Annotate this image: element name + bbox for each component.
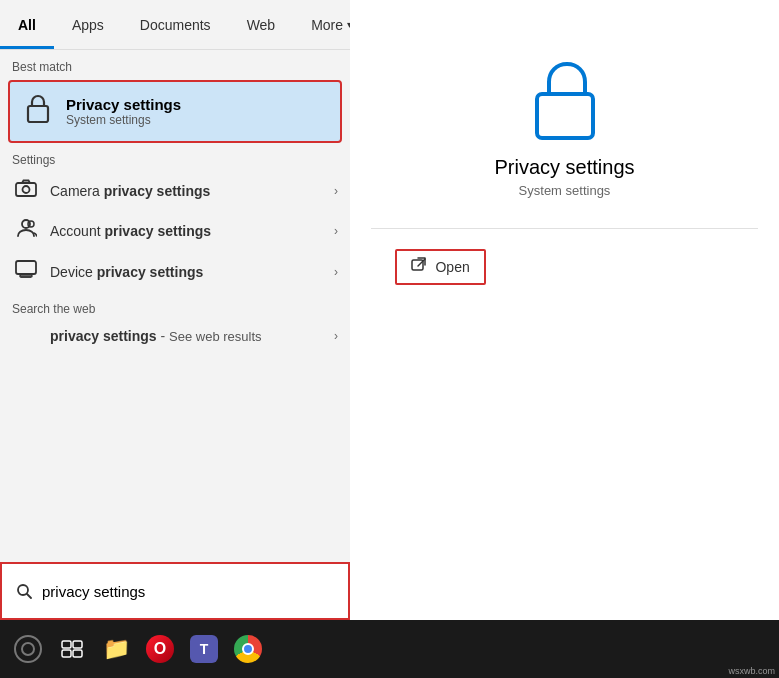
chevron-right-icon: › <box>334 184 338 198</box>
camera-icon <box>12 179 40 202</box>
folder-icon: 📁 <box>103 636 130 662</box>
settings-item-account[interactable]: Account privacy settings › <box>0 210 350 251</box>
taskbar-chrome-button[interactable] <box>228 629 268 669</box>
app-subtitle: System settings <box>519 183 611 198</box>
svg-rect-0 <box>28 106 48 122</box>
tab-web[interactable]: Web <box>229 0 294 49</box>
open-icon <box>411 257 427 277</box>
left-panel: All Apps Documents Web More ▾ Best match… <box>0 0 350 620</box>
svg-rect-5 <box>16 261 36 274</box>
chevron-right-icon-3: › <box>334 265 338 279</box>
app-icon-large <box>525 60 605 140</box>
teams-icon: T <box>190 635 218 663</box>
taskbar-task-view-button[interactable] <box>52 629 92 669</box>
best-match-text: Privacy settings System settings <box>66 96 181 127</box>
content-area: Best match Privacy settings System setti… <box>0 50 350 620</box>
web-search-item[interactable]: privacy settings - See web results › <box>0 320 350 352</box>
best-match-subtitle: System settings <box>66 113 181 127</box>
best-match-title: Privacy settings <box>66 96 181 113</box>
taskbar-start-button[interactable] <box>8 629 48 669</box>
svg-rect-1 <box>16 183 36 196</box>
tab-documents[interactable]: Documents <box>122 0 229 49</box>
svg-rect-11 <box>412 260 423 270</box>
opera-icon: O <box>146 635 174 663</box>
device-icon <box>12 259 40 284</box>
account-icon <box>12 218 40 243</box>
svg-rect-14 <box>62 650 71 657</box>
tab-all[interactable]: All <box>0 0 54 49</box>
lock-icon <box>22 92 54 131</box>
tab-bar: All Apps Documents Web More ▾ <box>0 0 350 50</box>
app-title: Privacy settings <box>494 156 634 179</box>
svg-rect-15 <box>73 650 82 657</box>
settings-item-camera[interactable]: Camera privacy settings › <box>0 171 350 210</box>
chevron-right-icon-4: › <box>334 329 338 343</box>
web-search-text: privacy settings - See web results <box>50 328 324 344</box>
watermark: wsxwb.com <box>728 666 775 676</box>
settings-item-camera-label: Camera privacy settings <box>50 183 324 199</box>
taskbar-file-explorer-button[interactable]: 📁 <box>96 629 136 669</box>
tab-apps[interactable]: Apps <box>54 0 122 49</box>
svg-rect-10 <box>537 94 593 138</box>
best-match-label: Best match <box>0 50 350 80</box>
open-btn-row: Open <box>371 249 757 285</box>
taskbar: 📁 O T wsxwb.com <box>0 620 779 678</box>
best-match-item[interactable]: Privacy settings System settings <box>8 80 342 143</box>
taskbar-opera-button[interactable]: O <box>140 629 180 669</box>
right-panel: Privacy settings System settings Open <box>350 0 779 620</box>
taskbar-teams-button[interactable]: T <box>184 629 224 669</box>
divider <box>371 228 757 229</box>
open-label: Open <box>435 259 469 275</box>
web-search-label: Search the web <box>0 292 350 320</box>
settings-item-device[interactable]: Device privacy settings › <box>0 251 350 292</box>
svg-line-9 <box>27 594 31 598</box>
search-input[interactable] <box>42 583 336 600</box>
open-button[interactable]: Open <box>395 249 485 285</box>
svg-point-4 <box>28 221 34 227</box>
search-icon <box>14 581 34 601</box>
chevron-right-icon-2: › <box>334 224 338 238</box>
chrome-icon <box>234 635 262 663</box>
settings-item-device-label: Device privacy settings <box>50 264 324 280</box>
svg-point-2 <box>23 186 30 193</box>
settings-label: Settings <box>0 143 350 171</box>
settings-item-account-label: Account privacy settings <box>50 223 324 239</box>
search-bar[interactable] <box>0 562 350 620</box>
start-icon <box>14 635 42 663</box>
svg-rect-12 <box>62 641 71 648</box>
svg-rect-13 <box>73 641 82 648</box>
